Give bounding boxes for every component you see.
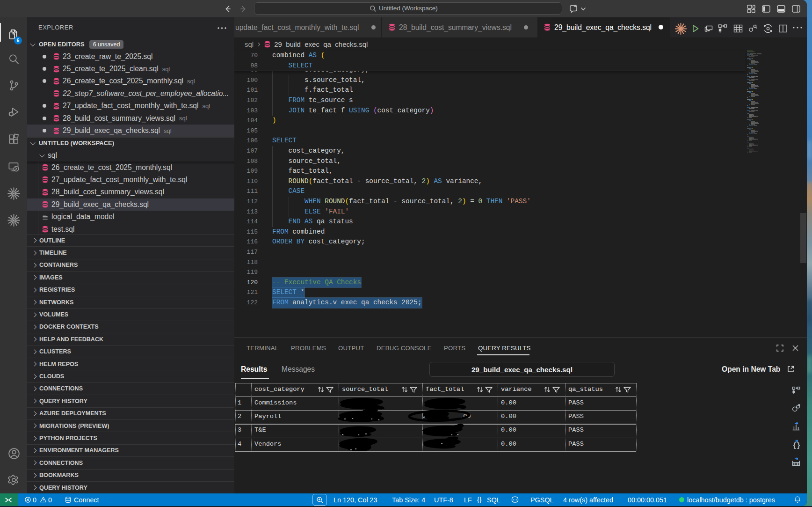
svg-text:{}: {} <box>793 442 801 449</box>
